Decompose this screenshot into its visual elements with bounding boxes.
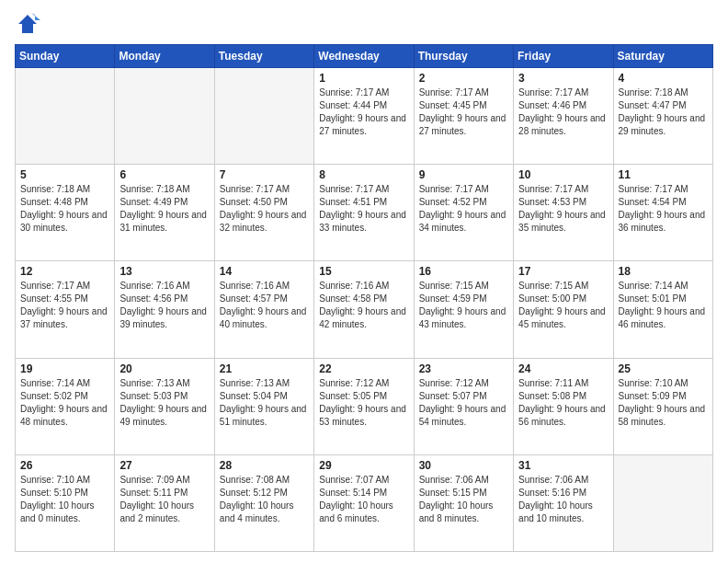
week-row-1: 5Sunrise: 7:18 AM Sunset: 4:48 PM Daylig…	[16, 165, 713, 261]
day-info: Sunrise: 7:18 AM Sunset: 4:49 PM Dayligh…	[119, 183, 209, 235]
svg-marker-1	[31, 13, 40, 20]
day-number: 3	[518, 72, 608, 85]
day-number: 28	[220, 459, 309, 472]
day-cell: 17Sunrise: 7:15 AM Sunset: 5:00 PM Dayli…	[514, 261, 613, 358]
day-info: Sunrise: 7:17 AM Sunset: 4:52 PM Dayligh…	[419, 183, 508, 235]
calendar-header-row: SundayMondayTuesdayWednesdayThursdayFrid…	[16, 45, 713, 68]
day-cell: 15Sunrise: 7:16 AM Sunset: 4:58 PM Dayli…	[314, 261, 414, 358]
day-cell: 21Sunrise: 7:13 AM Sunset: 5:04 PM Dayli…	[214, 358, 313, 454]
day-number: 16	[419, 265, 508, 278]
day-number: 10	[518, 168, 608, 181]
calendar-table: SundayMondayTuesdayWednesdayThursdayFrid…	[15, 44, 713, 552]
day-cell	[214, 68, 313, 165]
day-cell: 16Sunrise: 7:15 AM Sunset: 4:59 PM Dayli…	[414, 261, 513, 358]
day-info: Sunrise: 7:16 AM Sunset: 4:57 PM Dayligh…	[220, 280, 309, 331]
col-header-thursday: Thursday	[414, 45, 513, 68]
day-cell: 27Sunrise: 7:09 AM Sunset: 5:11 PM Dayli…	[115, 454, 214, 551]
day-cell: 23Sunrise: 7:12 AM Sunset: 5:07 PM Dayli…	[414, 358, 513, 454]
day-number: 26	[20, 459, 109, 472]
day-info: Sunrise: 7:15 AM Sunset: 4:59 PM Dayligh…	[419, 280, 508, 331]
day-number: 30	[419, 459, 508, 472]
week-row-0: 1Sunrise: 7:17 AM Sunset: 4:44 PM Daylig…	[16, 68, 713, 165]
day-cell: 29Sunrise: 7:07 AM Sunset: 5:14 PM Dayli…	[314, 454, 414, 551]
day-number: 29	[319, 459, 408, 472]
day-info: Sunrise: 7:14 AM Sunset: 5:01 PM Dayligh…	[619, 280, 708, 331]
day-info: Sunrise: 7:12 AM Sunset: 5:05 PM Dayligh…	[319, 377, 408, 429]
day-number: 12	[20, 265, 109, 278]
day-cell: 28Sunrise: 7:08 AM Sunset: 5:12 PM Dayli…	[214, 454, 313, 551]
day-cell: 4Sunrise: 7:18 AM Sunset: 4:47 PM Daylig…	[613, 68, 712, 165]
day-number: 24	[518, 362, 608, 375]
day-cell: 25Sunrise: 7:10 AM Sunset: 5:09 PM Dayli…	[613, 358, 712, 454]
day-cell: 26Sunrise: 7:10 AM Sunset: 5:10 PM Dayli…	[16, 454, 115, 551]
week-row-2: 12Sunrise: 7:17 AM Sunset: 4:55 PM Dayli…	[16, 261, 713, 358]
day-info: Sunrise: 7:13 AM Sunset: 5:03 PM Dayligh…	[119, 377, 209, 429]
logo-icon	[15, 11, 40, 37]
day-cell	[16, 68, 115, 165]
day-info: Sunrise: 7:07 AM Sunset: 5:14 PM Dayligh…	[319, 474, 408, 525]
day-number: 18	[619, 265, 708, 278]
day-cell: 2Sunrise: 7:17 AM Sunset: 4:45 PM Daylig…	[414, 68, 513, 165]
col-header-monday: Monday	[115, 45, 214, 68]
day-info: Sunrise: 7:06 AM Sunset: 5:16 PM Dayligh…	[518, 474, 608, 525]
week-row-3: 19Sunrise: 7:14 AM Sunset: 5:02 PM Dayli…	[16, 358, 713, 454]
day-number: 20	[119, 362, 209, 375]
day-info: Sunrise: 7:17 AM Sunset: 4:54 PM Dayligh…	[619, 183, 708, 235]
day-cell: 11Sunrise: 7:17 AM Sunset: 4:54 PM Dayli…	[613, 165, 712, 261]
day-cell: 8Sunrise: 7:17 AM Sunset: 4:51 PM Daylig…	[314, 165, 414, 261]
day-cell: 3Sunrise: 7:17 AM Sunset: 4:46 PM Daylig…	[514, 68, 613, 165]
page: SundayMondayTuesdayWednesdayThursdayFrid…	[0, 0, 728, 563]
day-number: 4	[619, 72, 708, 85]
day-info: Sunrise: 7:17 AM Sunset: 4:44 PM Dayligh…	[319, 86, 408, 138]
day-number: 25	[619, 362, 708, 375]
day-info: Sunrise: 7:15 AM Sunset: 5:00 PM Dayligh…	[518, 280, 608, 331]
logo	[15, 11, 44, 37]
day-number: 27	[119, 459, 209, 472]
day-number: 2	[419, 72, 508, 85]
day-cell: 18Sunrise: 7:14 AM Sunset: 5:01 PM Dayli…	[613, 261, 712, 358]
day-cell: 19Sunrise: 7:14 AM Sunset: 5:02 PM Dayli…	[16, 358, 115, 454]
day-number: 9	[419, 168, 508, 181]
day-number: 17	[518, 265, 608, 278]
week-row-4: 26Sunrise: 7:10 AM Sunset: 5:10 PM Dayli…	[16, 454, 713, 551]
day-cell: 5Sunrise: 7:18 AM Sunset: 4:48 PM Daylig…	[16, 165, 115, 261]
day-cell	[115, 68, 214, 165]
col-header-tuesday: Tuesday	[214, 45, 313, 68]
day-number: 15	[319, 265, 408, 278]
day-info: Sunrise: 7:17 AM Sunset: 4:50 PM Dayligh…	[220, 183, 309, 235]
col-header-wednesday: Wednesday	[314, 45, 414, 68]
day-cell: 1Sunrise: 7:17 AM Sunset: 4:44 PM Daylig…	[314, 68, 414, 165]
day-cell: 7Sunrise: 7:17 AM Sunset: 4:50 PM Daylig…	[214, 165, 313, 261]
day-cell: 6Sunrise: 7:18 AM Sunset: 4:49 PM Daylig…	[115, 165, 214, 261]
day-cell: 24Sunrise: 7:11 AM Sunset: 5:08 PM Dayli…	[514, 358, 613, 454]
day-number: 31	[518, 459, 608, 472]
day-cell: 12Sunrise: 7:17 AM Sunset: 4:55 PM Dayli…	[16, 261, 115, 358]
day-info: Sunrise: 7:10 AM Sunset: 5:10 PM Dayligh…	[20, 474, 109, 525]
day-number: 5	[20, 168, 109, 181]
day-cell: 20Sunrise: 7:13 AM Sunset: 5:03 PM Dayli…	[115, 358, 214, 454]
day-cell: 14Sunrise: 7:16 AM Sunset: 4:57 PM Dayli…	[214, 261, 313, 358]
day-number: 23	[419, 362, 508, 375]
day-info: Sunrise: 7:09 AM Sunset: 5:11 PM Dayligh…	[119, 474, 209, 525]
day-info: Sunrise: 7:17 AM Sunset: 4:51 PM Dayligh…	[319, 183, 408, 235]
day-info: Sunrise: 7:12 AM Sunset: 5:07 PM Dayligh…	[419, 377, 508, 429]
day-info: Sunrise: 7:16 AM Sunset: 4:58 PM Dayligh…	[319, 280, 408, 331]
day-number: 7	[220, 168, 309, 181]
day-info: Sunrise: 7:14 AM Sunset: 5:02 PM Dayligh…	[20, 377, 109, 429]
day-info: Sunrise: 7:11 AM Sunset: 5:08 PM Dayligh…	[518, 377, 608, 429]
day-number: 6	[119, 168, 209, 181]
day-number: 19	[20, 362, 109, 375]
day-info: Sunrise: 7:18 AM Sunset: 4:48 PM Dayligh…	[20, 183, 109, 235]
day-info: Sunrise: 7:06 AM Sunset: 5:15 PM Dayligh…	[419, 474, 508, 525]
col-header-saturday: Saturday	[613, 45, 712, 68]
day-number: 14	[220, 265, 309, 278]
day-info: Sunrise: 7:10 AM Sunset: 5:09 PM Dayligh…	[619, 377, 708, 429]
col-header-sunday: Sunday	[16, 45, 115, 68]
day-info: Sunrise: 7:17 AM Sunset: 4:46 PM Dayligh…	[518, 86, 608, 138]
day-number: 8	[319, 168, 408, 181]
day-number: 13	[119, 265, 209, 278]
day-cell: 22Sunrise: 7:12 AM Sunset: 5:05 PM Dayli…	[314, 358, 414, 454]
day-info: Sunrise: 7:17 AM Sunset: 4:53 PM Dayligh…	[518, 183, 608, 235]
day-number: 11	[619, 168, 708, 181]
day-number: 1	[319, 72, 408, 85]
